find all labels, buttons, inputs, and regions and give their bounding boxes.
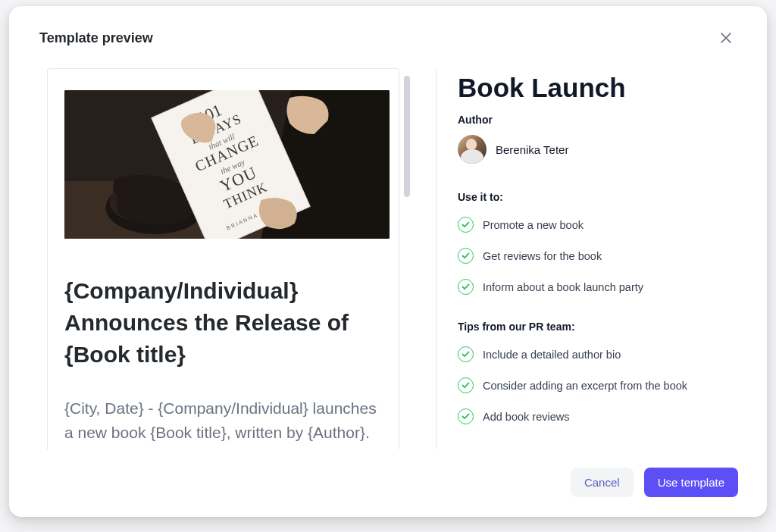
list-item-text: Include a detailed author bio <box>483 349 621 361</box>
vertical-divider <box>436 68 436 449</box>
author-label: Author <box>458 114 737 126</box>
list-item-text: Promote a new book <box>483 219 584 231</box>
document-body: {City, Date} - {Company/Individual} laun… <box>64 396 390 449</box>
hero-image: 101 ESSAYS that will CHANGE the way YOU … <box>64 90 390 239</box>
modal-title: Template preview <box>39 30 153 46</box>
list-item-text: Get reviews for the book <box>483 250 602 262</box>
use-it-list: Promote a new book Get reviews for the b… <box>458 217 737 295</box>
template-preview-modal: Template preview <box>9 6 767 517</box>
check-icon <box>458 248 474 264</box>
cancel-button[interactable]: Cancel <box>571 468 634 497</box>
tips-list: Include a detailed author bio Consider a… <box>458 346 737 424</box>
close-button[interactable] <box>715 27 737 49</box>
modal-body: 101 ESSAYS that will CHANGE the way YOU … <box>9 61 767 449</box>
list-item-text: Add book reviews <box>483 411 569 423</box>
list-item: Add book reviews <box>458 408 737 424</box>
use-template-button[interactable]: Use template <box>644 468 738 497</box>
list-item-text: Consider adding an excerpt from the book <box>483 380 687 392</box>
list-item: Inform about a book launch party <box>458 279 737 295</box>
list-item: Promote a new book <box>458 217 737 233</box>
tips-label: Tips from our PR team: <box>458 321 737 333</box>
list-item-text: Inform about a book launch party <box>483 281 643 293</box>
use-it-label: Use it to: <box>458 191 737 203</box>
preview-scrollbar[interactable] <box>404 76 410 197</box>
list-item: Consider adding an excerpt from the book <box>458 377 737 393</box>
list-item: Get reviews for the book <box>458 248 737 264</box>
document-headline: {Company/Individual} Announces the Relea… <box>64 275 390 371</box>
check-icon <box>458 346 474 362</box>
check-icon <box>458 377 474 393</box>
check-icon <box>458 279 474 295</box>
template-title: Book Launch <box>458 73 737 103</box>
template-details-panel: Book Launch Author Berenika Teter Use it… <box>458 68 737 449</box>
author-row: Berenika Teter <box>458 135 737 164</box>
avatar <box>458 135 487 164</box>
author-name: Berenika Teter <box>496 143 568 156</box>
check-icon <box>458 217 474 233</box>
check-icon <box>458 408 474 424</box>
modal-footer: Cancel Use template <box>9 449 767 517</box>
list-item: Include a detailed author bio <box>458 346 737 362</box>
document-preview-panel[interactable]: 101 ESSAYS that will CHANGE the way YOU … <box>47 68 399 449</box>
modal-header: Template preview <box>9 6 767 61</box>
close-icon <box>718 30 734 45</box>
